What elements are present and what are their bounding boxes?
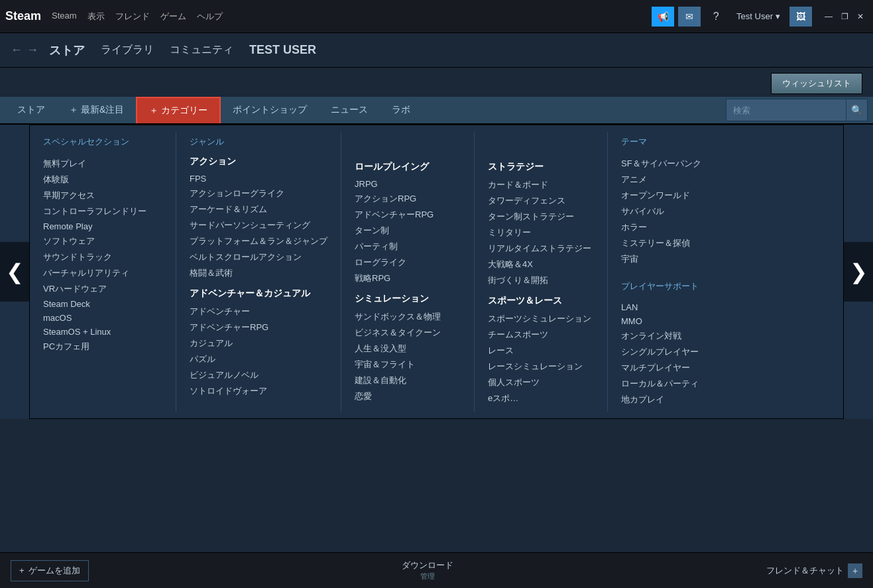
close-button[interactable]: ✕ <box>853 9 868 24</box>
item-jrpg[interactable]: JRPG <box>355 177 461 191</box>
nav-library[interactable]: ライブラリ <box>101 43 154 57</box>
item-adventure[interactable]: アドベンチャー <box>190 304 327 320</box>
item-action-roguelike[interactable]: アクションローグライク <box>190 186 327 202</box>
tab-category[interactable]: ＋ カテゴリー <box>136 97 221 123</box>
item-multiplayer[interactable]: マルチプレイヤー <box>621 360 727 376</box>
user-menu-button[interactable]: Test User ▾ <box>731 9 786 24</box>
item-local-play[interactable]: 地カプレイ <box>621 392 727 408</box>
item-survival[interactable]: サバイバル <box>621 204 727 219</box>
item-party[interactable]: パーティ制 <box>355 239 461 255</box>
item-esports[interactable]: eスポ… <box>488 390 594 406</box>
menu-view[interactable]: 表示 <box>87 11 105 23</box>
item-sports-sim[interactable]: スポーツシミュレーション <box>488 311 594 327</box>
item-belt-scroll[interactable]: ベルトスクロールアクション <box>190 249 327 265</box>
item-construction-auto[interactable]: 建設＆自動化 <box>355 373 461 388</box>
item-free-play[interactable]: 無料プレイ <box>43 156 162 172</box>
item-tower-defense[interactable]: タワーディフェンス <box>488 193 594 209</box>
friends-chat-label: フレンド＆チャット <box>766 565 844 577</box>
search-input[interactable] <box>727 101 846 119</box>
item-adventure-rpg[interactable]: アドベンチャーRPG <box>190 320 327 335</box>
tab-lab[interactable]: ラボ <box>380 97 422 123</box>
item-mystery[interactable]: ミステリー＆探偵 <box>621 235 727 251</box>
search-button[interactable]: 🔍 <box>846 99 867 121</box>
item-sandbox-physics[interactable]: サンドボックス＆物理 <box>355 309 461 325</box>
item-mmo[interactable]: MMO <box>621 314 727 328</box>
notification-button[interactable]: 📢 <box>652 7 674 27</box>
item-turn-based[interactable]: ターン制 <box>355 223 461 239</box>
item-open-world[interactable]: オープンワールド <box>621 188 727 204</box>
item-platformer[interactable]: プラットフォーム＆ラン＆ジャンプ <box>190 233 327 249</box>
tab-store[interactable]: ストア <box>5 97 57 123</box>
item-racing-sim[interactable]: レースシミュレーション <box>488 359 594 375</box>
item-romance[interactable]: 恋愛 <box>355 388 461 404</box>
nav-store[interactable]: ストア <box>49 42 85 58</box>
restore-button[interactable]: ❐ <box>837 9 852 24</box>
item-local-party[interactable]: ローカル＆パーティ <box>621 376 727 392</box>
friends-chat-button[interactable]: フレンド＆チャット + <box>766 563 862 578</box>
item-steamos-linux[interactable]: SteamOS + Linux <box>43 325 162 339</box>
item-turn-strategy[interactable]: ターン制ストラテジー <box>488 209 594 225</box>
item-demo[interactable]: 体験版 <box>43 172 162 188</box>
item-metroidvania[interactable]: ソトロイドヴォーア <box>190 383 327 399</box>
mail-button[interactable]: ✉ <box>678 7 701 27</box>
add-game-button[interactable]: + ゲームを追加 <box>11 560 89 581</box>
nav-community[interactable]: コミュニティ <box>170 43 233 57</box>
menu-help[interactable]: ヘルプ <box>197 11 223 23</box>
item-card-board[interactable]: カード＆ボード <box>488 177 594 193</box>
help-button[interactable]: ? <box>705 7 727 27</box>
item-horror[interactable]: ホラー <box>621 219 727 235</box>
item-puzzle[interactable]: パズル <box>190 351 327 367</box>
item-soundtrack[interactable]: サウンドトラック <box>43 249 162 265</box>
item-remote-play[interactable]: Remote Play <box>43 219 162 233</box>
bottom-center: ダウンロード 管理 <box>89 559 766 581</box>
item-fps[interactable]: FPS <box>190 172 327 186</box>
item-business-tycoon[interactable]: ビジネス＆タイクーン <box>355 325 461 341</box>
wishlist-button[interactable]: ウィッシュリスト <box>771 73 862 94</box>
item-vr[interactable]: バーチャルリアリティ <box>43 265 162 281</box>
item-city-building[interactable]: 街づくり＆開拓 <box>488 272 594 288</box>
item-controller-friendly[interactable]: コントローラフレンドリー <box>43 204 162 219</box>
item-casual[interactable]: カジュアル <box>190 335 327 351</box>
item-strategy-rpg[interactable]: 戦略RPG <box>355 270 461 286</box>
item-early-access[interactable]: 早期アクセス <box>43 188 162 204</box>
item-racing[interactable]: レース <box>488 343 594 359</box>
item-team-sports[interactable]: チームスポーツ <box>488 327 594 343</box>
menu-steam[interactable]: Steam <box>52 11 77 23</box>
menu-game[interactable]: ゲーム <box>160 11 186 23</box>
tab-point-shop[interactable]: ポイントショップ <box>221 97 319 123</box>
item-lan[interactable]: LAN <box>621 300 727 314</box>
item-visual-novel[interactable]: ビジュアルノベル <box>190 367 327 383</box>
tab-news[interactable]: ニュース <box>319 97 380 123</box>
item-grand-strategy-4x[interactable]: 大戦略＆4X <box>488 257 594 272</box>
item-pc-cafe[interactable]: PCカフェ用 <box>43 339 162 355</box>
item-online-pvp[interactable]: オンライン対戦 <box>621 328 727 344</box>
item-macos[interactable]: macOS <box>43 311 162 325</box>
item-scifi-cyberpunk[interactable]: SF＆サイバーパンク <box>621 156 727 172</box>
item-space[interactable]: 宇宙 <box>621 251 727 267</box>
back-button[interactable]: ← <box>11 43 23 57</box>
item-space-flight[interactable]: 宇宙＆フライト <box>355 357 461 373</box>
item-roguelike[interactable]: ローグライク <box>355 255 461 270</box>
menu-friends[interactable]: フレンド <box>115 11 150 23</box>
minimize-button[interactable]: — <box>821 9 836 24</box>
item-third-person-shooter[interactable]: サードパーソンシューティング <box>190 217 327 233</box>
item-individual-sports[interactable]: 個人スポーツ <box>488 375 594 390</box>
item-software[interactable]: ソフトウェア <box>43 233 162 249</box>
item-action-rpg[interactable]: アクションRPG <box>355 191 461 207</box>
forward-button[interactable]: → <box>27 43 38 57</box>
item-anime[interactable]: アニメ <box>621 172 727 188</box>
item-life-immersive[interactable]: 人生＆没入型 <box>355 341 461 357</box>
item-arcade-rhythm[interactable]: アーケード＆リズム <box>190 202 327 217</box>
carousel-left-arrow[interactable]: ❮ <box>0 242 29 302</box>
item-steam-deck[interactable]: Steam Deck <box>43 297 162 311</box>
item-adventure-rpg2[interactable]: アドベンチャーRPG <box>355 207 461 223</box>
screenshot-button[interactable]: 🖼 <box>789 7 812 27</box>
item-fighting[interactable]: 格闘＆武術 <box>190 265 327 281</box>
item-vr-hardware[interactable]: VRハードウェア <box>43 281 162 297</box>
tab-new[interactable]: ＋ 最新&注目 <box>57 97 136 123</box>
item-single-player[interactable]: シングルプレイヤー <box>621 344 727 360</box>
item-rts[interactable]: リアルタイムストラテジー <box>488 241 594 257</box>
item-military[interactable]: ミリタリー <box>488 225 594 241</box>
nav-username[interactable]: TEST USER <box>249 43 316 57</box>
carousel-right-arrow[interactable]: ❯ <box>844 242 873 302</box>
